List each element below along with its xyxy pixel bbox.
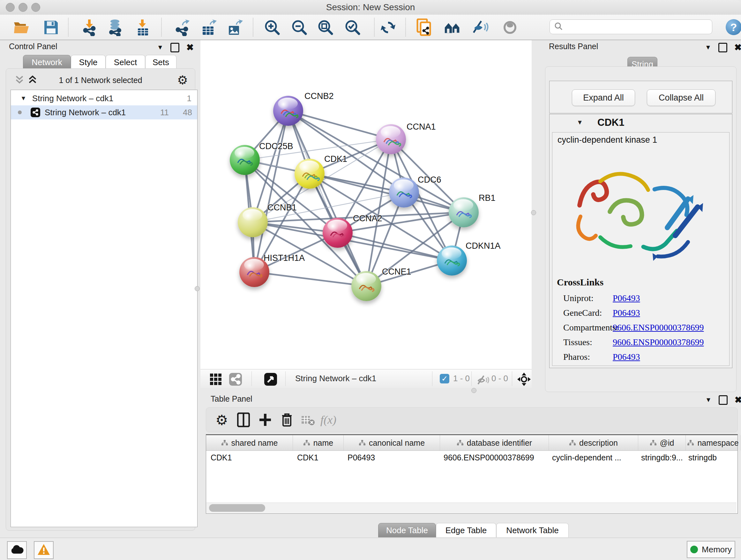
- hide-selected-icon[interactable]: [471, 19, 489, 36]
- table-cell[interactable]: CDK1: [293, 453, 343, 462]
- panel-close-icon[interactable]: ✖: [735, 395, 741, 405]
- refresh-icon[interactable]: [379, 19, 397, 36]
- crosslink-link[interactable]: P06493: [613, 352, 640, 362]
- network-node-cdc25b[interactable]: [230, 145, 260, 175]
- import-database-icon[interactable]: [106, 19, 124, 36]
- network-node-rb1[interactable]: [449, 197, 479, 227]
- memory-button[interactable]: Memory: [687, 541, 735, 558]
- node-table[interactable]: shared namenamecanonical namedatabase id…: [206, 434, 738, 514]
- panel-float-icon[interactable]: [718, 43, 727, 52]
- table-settings-gear-icon[interactable]: ⚙: [213, 412, 230, 428]
- splitter-handle[interactable]: [471, 388, 476, 393]
- scrollbar-thumb[interactable]: [209, 504, 265, 512]
- collapse-all-button[interactable]: Collapse All: [647, 89, 716, 106]
- crosslink-link[interactable]: 9606.ENSP00000378699: [613, 337, 704, 348]
- network-node-ccna1[interactable]: [376, 124, 406, 154]
- column-header-database-identifier[interactable]: database identifier: [440, 435, 549, 450]
- search-field[interactable]: [549, 19, 712, 34]
- table-cell[interactable]: P06493: [343, 453, 439, 462]
- network-node-ccne1[interactable]: [351, 271, 381, 301]
- column-header-canonical-name[interactable]: canonical name: [344, 435, 440, 450]
- tree-expand-icon[interactable]: ▼: [20, 95, 26, 102]
- network-node-cdk1[interactable]: [294, 159, 325, 189]
- tab-style[interactable]: Style: [71, 55, 106, 69]
- tab-sets[interactable]: Sets: [145, 55, 177, 69]
- column-header-namespace[interactable]: namespace: [686, 435, 740, 450]
- column-header-description[interactable]: description: [549, 435, 638, 450]
- table-row[interactable]: CDK1CDK1P064939606.ENSP00000378699cyclin…: [206, 450, 738, 464]
- network-node-cdc6[interactable]: [389, 178, 419, 207]
- tab-node-table[interactable]: Node Table: [378, 523, 436, 537]
- panel-menu-icon[interactable]: ▼: [705, 44, 711, 51]
- table-h-scrollbar[interactable]: [206, 503, 737, 513]
- clone-network-icon[interactable]: [415, 19, 433, 36]
- panel-float-icon[interactable]: [171, 43, 179, 52]
- network-node-ccna2[interactable]: [323, 218, 353, 248]
- network-collection-row[interactable]: ▼ String Network – cdk1 1: [11, 91, 197, 105]
- import-network-icon[interactable]: [80, 19, 98, 36]
- results-panel: Results Panel ▼ ✖ String Expand All Coll…: [542, 40, 738, 393]
- add-column-icon[interactable]: [257, 412, 274, 428]
- splitter-handle[interactable]: [195, 286, 200, 291]
- table-cell[interactable]: cyclin-dependent ...: [548, 453, 636, 462]
- panel-menu-icon[interactable]: ▼: [157, 44, 163, 51]
- network-node-ccnb1[interactable]: [238, 207, 268, 237]
- network-edge[interactable]: [254, 272, 366, 286]
- crosslink-link[interactable]: P06493: [613, 293, 640, 303]
- open-session-icon[interactable]: [13, 19, 30, 36]
- tab-select[interactable]: Select: [106, 55, 145, 69]
- tab-edge-table[interactable]: Edge Table: [436, 523, 496, 537]
- table-cell[interactable]: CDK1: [206, 453, 293, 462]
- network-view-mode-icon[interactable]: [226, 371, 245, 388]
- zoom-out-icon[interactable]: [290, 19, 308, 36]
- tab-network[interactable]: Network: [23, 55, 71, 69]
- node-label-ccna1: CCNA1: [407, 122, 436, 132]
- table-cell[interactable]: stringdb:9...: [636, 453, 684, 462]
- column-header-shared-name[interactable]: shared name: [206, 435, 293, 450]
- table-cell[interactable]: stringdb: [684, 453, 738, 462]
- panel-menu-icon[interactable]: ▼: [705, 396, 712, 403]
- network-node-ccnb2[interactable]: [273, 96, 303, 126]
- network-options-gear-icon[interactable]: ⚙: [177, 73, 188, 87]
- crosslink-link[interactable]: P06493: [613, 308, 640, 318]
- first-neighbors-icon[interactable]: [444, 19, 461, 36]
- gene-header-row[interactable]: ▼ CDK1: [549, 114, 732, 131]
- edge-count: 48: [183, 108, 192, 118]
- zoom-in-icon[interactable]: [263, 19, 281, 36]
- collapse-entry-icon[interactable]: ▼: [577, 119, 583, 126]
- zoom-fit-icon[interactable]: [317, 19, 334, 36]
- search-input[interactable]: [566, 22, 712, 32]
- network-edge[interactable]: [288, 111, 391, 139]
- selected-checkbox-icon[interactable]: ✓: [440, 374, 449, 383]
- network-node-cdkn1a[interactable]: [437, 246, 467, 275]
- export-image-icon[interactable]: [226, 19, 244, 36]
- import-table-icon[interactable]: [134, 19, 152, 36]
- help-icon[interactable]: ?: [726, 19, 741, 35]
- tab-network-table[interactable]: Network Table: [496, 523, 569, 537]
- panel-float-icon[interactable]: [719, 395, 728, 405]
- export-table-icon[interactable]: [200, 19, 218, 36]
- expand-all-button[interactable]: Expand All: [572, 89, 635, 106]
- birdseye-view-icon[interactable]: [262, 371, 280, 388]
- save-session-icon[interactable]: [42, 19, 60, 36]
- show-all-icon[interactable]: [501, 19, 519, 36]
- column-header--id[interactable]: @id: [638, 435, 686, 450]
- network-edge[interactable]: [254, 111, 288, 272]
- grid-view-icon[interactable]: [207, 371, 225, 388]
- pan-tool-icon[interactable]: [515, 371, 533, 388]
- table-cell[interactable]: 9606.ENSP00000378699: [439, 453, 548, 462]
- network-row-selected[interactable]: String Network – cdk1 11 48: [11, 105, 197, 119]
- crosslink-link[interactable]: 9606.ENSP00000378699: [613, 322, 704, 333]
- panel-close-icon[interactable]: ✖: [186, 42, 194, 53]
- panel-close-icon[interactable]: ✖: [734, 42, 741, 53]
- toolbar-separator: [405, 18, 406, 37]
- delete-column-icon[interactable]: [278, 412, 295, 428]
- warnings-button[interactable]: [34, 541, 54, 559]
- splitter-handle[interactable]: [531, 210, 536, 215]
- cloud-status-button[interactable]: [7, 541, 27, 559]
- network-canvas[interactable]: CCNB2CCNA1CDC25BCDK1CDC6RB1CCNB1CCNA2CDK…: [200, 40, 532, 369]
- show-columns-icon[interactable]: [235, 412, 252, 428]
- column-header-name[interactable]: name: [293, 435, 344, 450]
- export-network-icon[interactable]: [173, 19, 191, 36]
- zoom-selected-icon[interactable]: [344, 19, 361, 36]
